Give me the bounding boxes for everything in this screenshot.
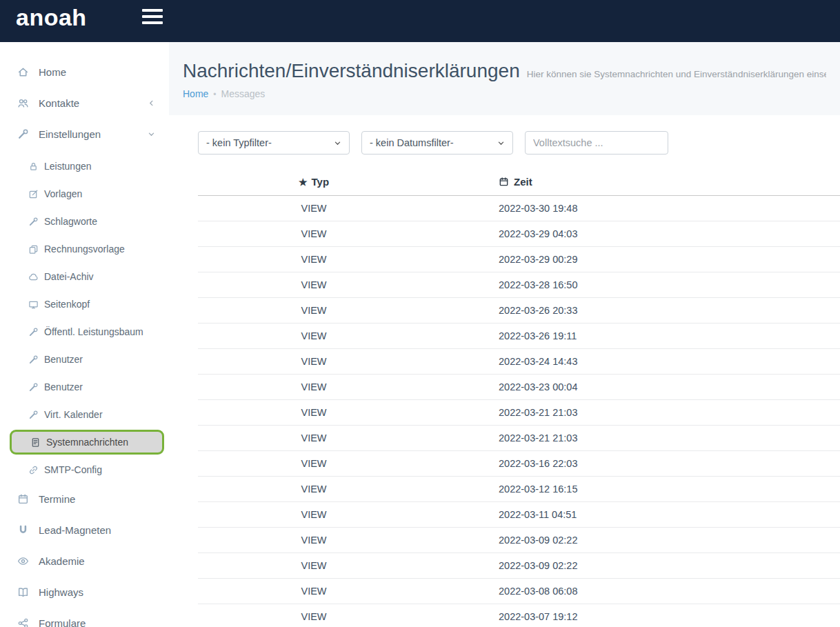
table-row[interactable]: VIEW2022-03-08 06:08 bbox=[198, 579, 840, 604]
type-filter-select[interactable]: - kein Typfilter- bbox=[198, 131, 350, 155]
row-type: VIEW bbox=[198, 356, 430, 367]
table-row[interactable]: VIEW2022-03-09 02:22 bbox=[198, 553, 840, 579]
app-logo[interactable]: anoah bbox=[16, 4, 87, 31]
sidebar: Home Kontakte Einstellungen Leistungen bbox=[7, 57, 169, 627]
sidebar-item-lead-magneten[interactable]: Lead-Magneten bbox=[7, 515, 169, 546]
table-header-row: ★Typ Zeit bbox=[198, 168, 840, 196]
sidebar-item-formulare[interactable]: Formulare bbox=[7, 608, 169, 627]
row-type: VIEW bbox=[198, 228, 430, 239]
sidebar-item-schlagworte[interactable]: Schlagworte bbox=[7, 208, 169, 235]
content-header: Nachrichten/EinverständniserklärungenHie… bbox=[169, 42, 840, 115]
row-type: VIEW bbox=[198, 509, 430, 520]
sidebar-item-oeffentl-leistungsbaum[interactable]: Öffentl. Leistungsbaum bbox=[7, 318, 169, 346]
row-type: VIEW bbox=[198, 611, 430, 622]
table-row[interactable]: VIEW2022-03-21 21:03 bbox=[198, 426, 840, 451]
sidebar-item-termine[interactable]: Termine bbox=[7, 484, 169, 515]
sidebar-item-label: Schlagworte bbox=[44, 216, 97, 227]
sidebar-item-leistungen[interactable]: Leistungen bbox=[7, 152, 169, 180]
row-type: VIEW bbox=[198, 305, 430, 316]
wrench-icon bbox=[28, 382, 39, 392]
table-row[interactable]: VIEW2022-03-30 19:48 bbox=[198, 196, 840, 221]
top-navbar: anoah bbox=[0, 0, 840, 42]
sidebar-item-label: Benutzer bbox=[44, 354, 83, 365]
breadcrumb-current: Messages bbox=[221, 88, 266, 99]
sidebar-item-label: Kontakte bbox=[39, 97, 79, 109]
chevron-down-icon bbox=[148, 130, 155, 138]
sidebar-item-datei-achiv[interactable]: Datei-Achiv bbox=[7, 263, 169, 290]
row-time: 2022-03-11 04:51 bbox=[430, 509, 577, 520]
sidebar-item-benutzer-1[interactable]: Benutzer bbox=[7, 346, 169, 373]
desktop-icon bbox=[28, 299, 39, 310]
magnet-icon bbox=[15, 524, 30, 536]
sidebar-item-vorlagen[interactable]: Vorlagen bbox=[7, 180, 169, 208]
row-time: 2022-03-07 19:12 bbox=[430, 611, 578, 622]
table-header-typ-label: Typ bbox=[312, 176, 330, 188]
row-time: 2022-03-21 21:03 bbox=[430, 432, 578, 444]
chevron-left-icon bbox=[148, 99, 155, 107]
row-time: 2022-03-29 00:29 bbox=[430, 254, 578, 265]
row-time: 2022-03-23 00:04 bbox=[430, 381, 578, 392]
sidebar-item-kontakte[interactable]: Kontakte bbox=[7, 88, 169, 119]
row-time: 2022-03-21 21:03 bbox=[430, 407, 578, 418]
table-row[interactable]: VIEW2022-03-16 22:03 bbox=[198, 451, 840, 477]
chevron-down-icon bbox=[334, 139, 341, 147]
sidebar-item-einstellungen[interactable]: Einstellungen bbox=[7, 119, 169, 150]
row-type: VIEW bbox=[198, 254, 430, 265]
breadcrumb-home-link[interactable]: Home bbox=[183, 88, 208, 99]
sidebar-item-label: Systemnachrichten bbox=[46, 437, 128, 448]
row-time: 2022-03-30 19:48 bbox=[430, 203, 578, 214]
table-row[interactable]: VIEW2022-03-29 00:29 bbox=[198, 247, 840, 272]
table-row[interactable]: VIEW2022-03-23 00:04 bbox=[198, 375, 840, 400]
sidebar-item-highways[interactable]: Highways bbox=[7, 577, 169, 608]
table-row[interactable]: VIEW2022-03-29 04:03 bbox=[198, 221, 840, 247]
row-type: VIEW bbox=[198, 330, 430, 341]
sidebar-item-seitenkopf[interactable]: Seitenkopf bbox=[7, 290, 169, 318]
table-row[interactable]: VIEW2022-03-26 20:33 bbox=[198, 298, 840, 324]
table-header-zeit-label: Zeit bbox=[514, 176, 532, 188]
sidebar-item-label: Termine bbox=[39, 493, 75, 505]
breadcrumb: Home•Messages bbox=[183, 88, 826, 99]
sidebar-item-rechnungsvorlage[interactable]: Rechnungsvorlage bbox=[7, 235, 169, 263]
sidebar-item-smtp-config[interactable]: SMTP-Config bbox=[7, 456, 169, 484]
hamburger-icon[interactable] bbox=[142, 9, 163, 28]
row-time: 2022-03-16 22:03 bbox=[430, 458, 578, 469]
table-row[interactable]: VIEW2022-03-11 04:51 bbox=[198, 502, 840, 528]
calendar-icon bbox=[15, 493, 30, 505]
row-type: VIEW bbox=[198, 381, 430, 392]
row-type: VIEW bbox=[198, 279, 430, 290]
row-time: 2022-03-09 02:22 bbox=[430, 560, 578, 571]
sidebar-item-label: Home bbox=[39, 66, 66, 78]
home-icon bbox=[15, 66, 30, 78]
chevron-down-icon bbox=[497, 139, 505, 147]
table-row[interactable]: VIEW2022-03-24 14:43 bbox=[198, 349, 840, 375]
copy-icon bbox=[28, 244, 39, 255]
sidebar-item-label: Akademie bbox=[39, 555, 85, 567]
date-filter-select[interactable]: - kein Datumsfilter- bbox=[361, 131, 513, 155]
sidebar-item-home[interactable]: Home bbox=[7, 57, 169, 88]
table-row[interactable]: VIEW2022-03-07 19:12 bbox=[198, 604, 840, 627]
sidebar-item-systemnachrichten[interactable]: Systemnachrichten bbox=[10, 430, 164, 455]
table-header-typ[interactable]: ★Typ bbox=[198, 176, 430, 188]
sidebar-item-label: Vorlagen bbox=[44, 188, 82, 199]
page-subtitle: Hier können sie Systemnachrichten und Ei… bbox=[527, 69, 826, 79]
row-type: VIEW bbox=[198, 484, 430, 495]
date-filter-value: - kein Datumsfilter- bbox=[370, 137, 454, 148]
table-row[interactable]: VIEW2022-03-26 19:11 bbox=[198, 324, 840, 349]
wrench-icon bbox=[28, 217, 39, 227]
sidebar-submenu-einstellungen: Leistungen Vorlagen Schlagworte Rechnung… bbox=[7, 150, 169, 484]
table-header-zeit[interactable]: Zeit bbox=[430, 176, 532, 188]
sidebar-item-benutzer-2[interactable]: Benutzer bbox=[7, 373, 169, 401]
table-row[interactable]: VIEW2022-03-12 16:15 bbox=[198, 477, 840, 502]
row-time: 2022-03-26 19:11 bbox=[430, 330, 577, 341]
fulltext-search-input[interactable] bbox=[525, 131, 668, 155]
share-icon bbox=[15, 617, 30, 627]
sidebar-item-label: Benutzer bbox=[44, 381, 83, 392]
sidebar-item-virt-kalender[interactable]: Virt. Kalender bbox=[7, 401, 169, 428]
table-row[interactable]: VIEW2022-03-28 16:50 bbox=[198, 272, 840, 298]
sidebar-item-label: SMTP-Config bbox=[44, 464, 102, 475]
table-row[interactable]: VIEW2022-03-09 02:22 bbox=[198, 528, 840, 553]
sidebar-item-akademie[interactable]: Akademie bbox=[7, 546, 169, 577]
table-row[interactable]: VIEW2022-03-21 21:03 bbox=[198, 400, 840, 426]
wrench-icon bbox=[15, 128, 30, 140]
sidebar-item-label: Seitenkopf bbox=[44, 299, 90, 310]
